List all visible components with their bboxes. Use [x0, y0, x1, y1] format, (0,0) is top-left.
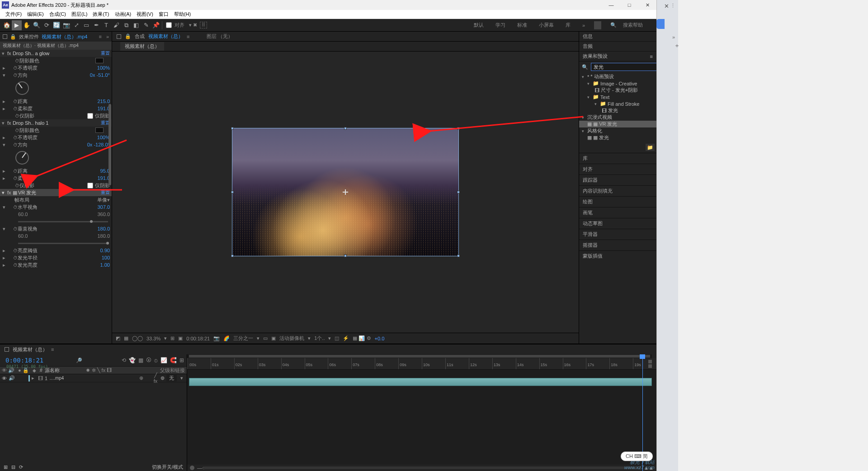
panel-paint[interactable]: 绘图 — [579, 196, 656, 207]
toggle-switches[interactable]: 切换开关/模式 — [152, 464, 183, 471]
frame-layout-dropdown[interactable]: 单像 — [97, 197, 107, 203]
vfov-slider[interactable] — [0, 240, 112, 247]
stopwatch-icon[interactable]: ⏱ — [14, 58, 19, 63]
views-dd[interactable]: 1个.. — [314, 335, 325, 342]
tree-text-glow[interactable]: 🎞 发光 — [579, 107, 656, 114]
overlay-icon[interactable]: ⊞ — [179, 357, 184, 363]
stopwatch-icon[interactable]: ⏱ — [13, 99, 18, 104]
region-icon[interactable]: ▭ — [263, 335, 268, 341]
type-tool-icon[interactable]: T — [101, 20, 111, 30]
help-search[interactable]: 🔍 搜索帮助 — [607, 18, 650, 32]
panel-caf[interactable]: 内容识别填充 — [579, 185, 656, 196]
resolution-dd[interactable]: 三分之一 — [233, 335, 253, 342]
collapse-icon[interactable]: ⊞ — [4, 464, 8, 470]
effect-list[interactable]: ▾ fx Drop Sh.. a glow 重置 ⏱阴影颜色 ▸⏱不透明度100… — [0, 50, 112, 344]
handle-tr[interactable] — [457, 127, 460, 130]
viewer-dock-icon[interactable] — [117, 34, 121, 39]
hfov-slider[interactable] — [0, 218, 112, 225]
panel-menu-icon[interactable]: ≡ — [650, 54, 653, 59]
res-full-icon[interactable]: ⊞ — [170, 335, 175, 341]
dropdown-icon[interactable]: ▾ — [164, 335, 167, 341]
outer-chevron-icon[interactable]: » — [672, 34, 675, 40]
fx-toggle-icon[interactable]: ▾ — [2, 120, 7, 126]
stopwatch-icon[interactable]: ⏱ — [13, 142, 18, 147]
stopwatch-icon[interactable]: ⏱ — [13, 106, 18, 111]
panel-wiggler[interactable]: 摇摆器 — [579, 240, 656, 250]
direction-dial-2[interactable] — [0, 148, 112, 167]
menu-help[interactable]: 帮助(H) — [171, 10, 193, 19]
rotate-tool-icon[interactable]: 🔄 — [52, 20, 61, 30]
tree-anim-presets[interactable]: ▾* * 动画预设 — [579, 73, 656, 80]
panel-menu-icon[interactable]: ≡ — [99, 34, 101, 39]
fx-vr-glow-header[interactable]: ▾ fx ▦ VR 发光 重置 — [0, 189, 112, 196]
timeline-zoom-slider[interactable]: ―○ ▲▲ — [187, 465, 656, 471]
handle-br[interactable] — [457, 254, 460, 257]
stopwatch-icon[interactable]: ⏱ — [13, 176, 18, 181]
outer-tab-active[interactable] — [656, 19, 665, 29]
camera-tool-icon[interactable]: 📷 — [61, 20, 71, 30]
brush-tool-icon[interactable]: 🖌 — [111, 20, 121, 30]
fx-toggle-icon[interactable]: ▾ — [2, 51, 7, 57]
close-button[interactable]: ✕ — [638, 0, 656, 10]
snap-icon[interactable]: 🧲 — [170, 357, 177, 363]
panel-library[interactable]: 库 — [579, 153, 656, 164]
tree-stylize[interactable]: ▾风格化 — [579, 127, 656, 134]
zoom-tool-icon[interactable]: 🔍 — [32, 20, 42, 30]
stopwatch-icon[interactable]: ⏱ — [14, 113, 19, 118]
clone-tool-icon[interactable]: ⧉ — [121, 20, 131, 30]
fx-enable-icon[interactable]: fx — [7, 120, 13, 126]
panel-dock-icon[interactable] — [3, 34, 7, 39]
tree-vr-glow[interactable]: ▦ ▦ VR 发光 — [579, 121, 656, 127]
panel-motsketch[interactable]: 动态草图 — [579, 218, 656, 229]
menu-window[interactable]: 窗口 — [156, 10, 171, 19]
timeline-layer-1[interactable]: 👁 🔊 ▸ 🎞 1 ….mp4 ⊕ ╱ fx ⊚ 无 ▾ — [0, 374, 187, 382]
stopwatch-icon[interactable]: ⏱ — [13, 226, 18, 231]
outer-menu-icon[interactable]: ⋮ — [670, 3, 675, 9]
layer-audio-icon[interactable]: 🔊 — [9, 375, 15, 381]
fx-hw-icon[interactable]: ▦ — [13, 190, 18, 196]
audio-panel-header[interactable]: 音频 — [579, 42, 656, 52]
safe-zones-icon[interactable]: ▣ — [178, 335, 183, 341]
zoomframe-icon[interactable]: ⊟ — [11, 464, 15, 470]
tree-fill-stroke[interactable]: ▾📁 Fill and Stroke — [579, 100, 656, 107]
panel-maskinterp[interactable]: 蒙版插值 — [579, 250, 656, 261]
grid-icon[interactable]: ▦ — [124, 335, 128, 341]
effects-search[interactable]: 🔍 ✕ — [579, 61, 656, 72]
snap-mode-icon[interactable]: ▾ ✖ — [187, 21, 199, 29]
menu-comp[interactable]: 合成(C) — [47, 10, 69, 19]
stopwatch-icon[interactable]: ⏱ — [13, 255, 18, 260]
orbit-tool-icon[interactable]: ⟳ — [42, 20, 52, 30]
viewer-tab-comp[interactable]: 视频素材（总） — [148, 33, 183, 40]
tree-image-creative[interactable]: ▾📁 Image - Creative — [579, 80, 656, 87]
menu-layer[interactable]: 图层(L) — [69, 10, 90, 19]
handle-bc[interactable] — [344, 254, 347, 257]
framemix-icon[interactable]: ⦿ — [146, 357, 151, 363]
zoom-value[interactable]: 33.3% — [146, 336, 160, 341]
menu-effect[interactable]: 效果(T) — [90, 10, 112, 19]
snapping-toggle[interactable] — [166, 22, 172, 28]
new-bin-icon[interactable]: 📁 — [646, 144, 655, 151]
fx-enable-icon[interactable]: fx — [7, 190, 13, 195]
timeline-tab[interactable]: 视频素材（总） — [13, 346, 47, 353]
fx-drop-shadow-halo-header[interactable]: ▾ fx Drop Sh.. halo 1 重置 — [0, 119, 112, 127]
dropdown-icon[interactable]: ▾ — [179, 375, 185, 381]
comp-switch-icon[interactable]: ⟲ — [122, 357, 126, 363]
menu-edit[interactable]: 编辑(E) — [24, 10, 47, 19]
effect-controls-tab[interactable]: 🔒 效果控件 视频素材（总）.mp4 ≡ » — [0, 32, 112, 42]
sw-1[interactable]: ⊕ — [138, 375, 144, 381]
track-area[interactable] — [187, 370, 656, 465]
stopwatch-icon[interactable]: ⏱ — [13, 169, 18, 174]
panel-brushes[interactable]: 画笔 — [579, 207, 656, 218]
viewer-lock-icon[interactable]: 🔒 — [125, 33, 131, 39]
menu-file[interactable]: 文件(F) — [3, 10, 24, 19]
menu-view[interactable]: 视图(V) — [134, 10, 156, 19]
graph-icon[interactable]: 📈 — [160, 357, 167, 363]
viewer-time[interactable]: 0:00:18:21 — [186, 336, 210, 341]
panel-tracker[interactable]: 跟踪器 — [579, 174, 656, 185]
puppet-tool-icon[interactable]: 📌 — [151, 20, 161, 30]
effects-tree[interactable]: ▾* * 动画预设 ▾📁 Image - Creative 🎞 尺寸 - 发光+… — [579, 72, 656, 142]
shadowonly-checkbox-1[interactable] — [87, 113, 93, 119]
time-ruler[interactable]: :00s01s02s03s04s05s06s07s08s09s10s11s12s… — [187, 358, 656, 370]
panel-more-icon[interactable]: » — [106, 34, 109, 39]
layer-name[interactable]: ….mp4 — [49, 376, 136, 381]
